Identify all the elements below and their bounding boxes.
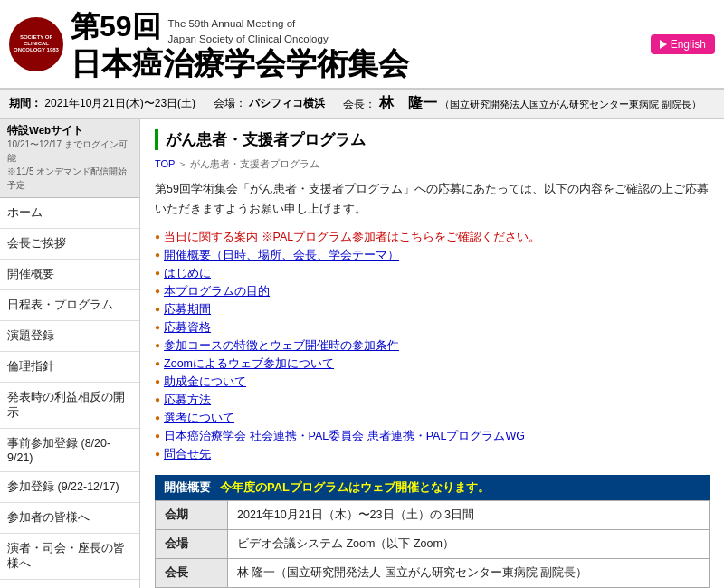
page-title: がん患者・支援者プログラム (155, 129, 710, 150)
sidebar-item-prereg[interactable]: 事前参加登録 (8/20-9/21) (0, 429, 139, 472)
english-button[interactable]: English (651, 34, 715, 54)
link-10[interactable]: 選考について (164, 411, 234, 426)
sidebar-item-participants[interactable]: 参加者の皆様へ (0, 503, 139, 534)
table-value-period: 2021年10月21日（木）〜23日（土）の 3日間 (228, 500, 710, 529)
header: SOCIETY OF CLINICAL ONCOLOGY 1983 第59回 T… (0, 0, 724, 90)
sidebar-item-home[interactable]: ホーム (0, 198, 139, 229)
sidebar-item-speakers[interactable]: 演者・司会・座長の皆様へ (0, 534, 139, 580)
link-2[interactable]: はじめに (164, 266, 211, 281)
table-label-period: 会期 (156, 500, 228, 529)
sidebar-item-schedule[interactable]: 日程表・プログラム (0, 290, 139, 321)
breadcrumb: TOP ＞ がん患者・支援者プログラム (155, 157, 710, 171)
list-item: 選考について (155, 411, 710, 426)
link-7[interactable]: Zoomによるウェブ参加について (164, 356, 334, 372)
link-3[interactable]: 本プログラムの目的 (164, 284, 270, 299)
breadcrumb-top[interactable]: TOP (155, 158, 175, 169)
list-item: 本プログラムの目的 (155, 284, 710, 299)
header-titles: 第59回 The 59th Annual Meeting of Japan So… (71, 7, 409, 81)
period-label: 期間： 2021年10月21日(木)〜23日(土) (9, 96, 195, 111)
table-label-venue: 会場 (156, 529, 228, 558)
list-item: はじめに (155, 266, 710, 281)
link-1[interactable]: 開催概要（日時、場所、会長、学会テーマ） (164, 248, 399, 263)
link-11[interactable]: 日本癌治療学会 社会連携・PAL委員会 患者連携・PALプログラムWG (164, 429, 525, 444)
sidebar-item-reg[interactable]: 参加登録 (9/22-12/17) (0, 472, 139, 503)
table-row: 会期 2021年10月21日（木）〜23日（土）の 3日間 (156, 500, 710, 529)
president-info: 会長： 林 隆一 （国立研究開発法人国立がん研究センター東病院 副院長） (343, 94, 701, 113)
link-8[interactable]: 助成金について (164, 375, 246, 390)
link-list: 当日に関する案内 ※PALプログラム参加者はこちらをご確認ください。 開催概要（… (155, 230, 710, 462)
society-logo: SOCIETY OF CLINICAL ONCOLOGY 1983 (9, 17, 63, 71)
list-item: 助成金について (155, 375, 710, 390)
list-item: 日本癌治療学会 社会連携・PAL委員会 患者連携・PALプログラムWG (155, 429, 710, 444)
title-kanji: 第59回 (71, 7, 161, 47)
venue-info: 会場： パシフィコ横浜 (214, 96, 325, 111)
table-label-president: 会長 (156, 558, 228, 587)
sidebar-special-title: 特設Webサイト (7, 124, 132, 138)
content-area: がん患者・支援者プログラム TOP ＞ がん患者・支援者プログラム 第59回学術… (140, 119, 724, 588)
sidebar-special-detail2: ※11/5 オンデマンド配信開始予定 (7, 165, 132, 192)
list-item: 参加コースの特徴とウェブ開催時の参加条件 (155, 338, 710, 354)
play-icon (660, 40, 667, 49)
title-en: The 59th Annual Meeting of Japan Society… (168, 16, 329, 48)
sub-header: 期間： 2021年10月21日(木)〜23日(土) 会場： パシフィコ横浜 会長… (0, 90, 724, 119)
list-item: 応募資格 (155, 320, 710, 336)
table-value-president: 林 隆一（国立研究開発法人 国立がん研究センター東病院 副院長） (228, 558, 710, 587)
sidebar-special-section: 特設Webサイト 10/21〜12/17 までログイン可能 ※11/5 オンデマ… (0, 119, 139, 198)
list-item: 当日に関する案内 ※PALプログラム参加者はこちらをご確認ください。 (155, 230, 710, 245)
sidebar-item-greeting[interactable]: 会長ご挨拶 (0, 229, 139, 260)
link-0[interactable]: 当日に関する案内 ※PALプログラム参加者はこちらをご確認ください。 (164, 230, 540, 245)
header-left: SOCIETY OF CLINICAL ONCOLOGY 1983 第59回 T… (9, 7, 409, 81)
sidebar-item-conflict[interactable]: 発表時の利益相反の開示 (0, 383, 139, 429)
link-4[interactable]: 応募期間 (164, 302, 211, 318)
main-layout: 特設Webサイト 10/21〜12/17 までログイン可能 ※11/5 オンデマ… (0, 119, 724, 588)
link-5[interactable]: 応募資格 (164, 320, 211, 336)
table-row: 会長 林 隆一（国立研究開発法人 国立がん研究センター東病院 副院長） (156, 558, 710, 587)
section-note: 今年度のPALプログラムはウェブ開催となります。 (220, 479, 490, 496)
sidebar-special-detail1: 10/21〜12/17 までログイン可能 (7, 138, 132, 165)
link-12[interactable]: 問合せ先 (164, 447, 211, 462)
list-item: 応募方法 (155, 393, 710, 408)
intro-text: 第59回学術集会「がん患者・支援者プログラム」への応募にあたっては、以下の内容を… (155, 180, 710, 219)
sidebar-item-abstract[interactable]: 演題登録 (0, 321, 139, 352)
sidebar: 特設Webサイト 10/21〜12/17 までログイン可能 ※11/5 オンデマ… (0, 119, 140, 588)
list-item: 問合せ先 (155, 447, 710, 462)
sidebar-item-overview[interactable]: 開催概要 (0, 260, 139, 290)
sidebar-item-education[interactable]: 教育セミナー (0, 580, 139, 588)
title-main: 日本癌治療学会学術集会 (71, 47, 409, 81)
link-9[interactable]: 応募方法 (164, 393, 211, 408)
section-header: 開催概要 今年度のPALプログラムはウェブ開催となります。 (155, 475, 710, 500)
sidebar-item-ethics[interactable]: 倫理指針 (0, 352, 139, 383)
list-item: Zoomによるウェブ参加について (155, 356, 710, 372)
info-table: 会期 2021年10月21日（木）〜23日（土）の 3日間 会場 ビデオ会議シス… (155, 500, 710, 588)
table-row: 会場 ビデオ会議システム Zoom（以下 Zoom） (156, 529, 710, 558)
table-value-venue: ビデオ会議システム Zoom（以下 Zoom） (228, 529, 710, 558)
list-item: 応募期間 (155, 302, 710, 318)
list-item: 開催概要（日時、場所、会長、学会テーマ） (155, 248, 710, 263)
link-6[interactable]: 参加コースの特徴とウェブ開催時の参加条件 (164, 338, 399, 354)
